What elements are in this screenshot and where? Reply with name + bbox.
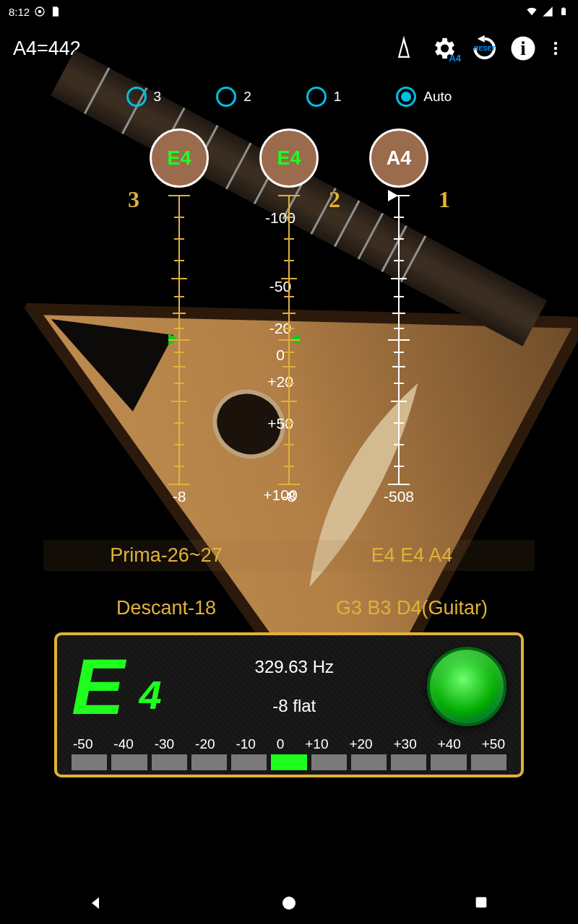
note-label: E4 <box>167 147 191 170</box>
status-sd-icon <box>50 6 61 17</box>
pitch-ruler <box>397 195 401 484</box>
radio-auto[interactable]: Auto <box>396 87 452 107</box>
wifi-icon <box>526 6 538 17</box>
cents-value: -8 <box>173 488 186 505</box>
preset-grid: Prima-26~27 E4 E4 A4 Descant-18 G3 B3 D4… <box>0 540 578 624</box>
note-label: A4 <box>387 147 412 170</box>
string-column-1: A4 1 -508 <box>369 128 428 505</box>
note-letter: E <box>72 655 124 718</box>
radio-ring-icon <box>216 87 236 107</box>
note-circle[interactable]: E4 <box>259 128 319 188</box>
radio-string-1[interactable]: 1 <box>306 87 342 107</box>
string-number: 3 <box>128 186 139 213</box>
note-circle[interactable]: E4 <box>150 128 209 188</box>
pitch-ruler <box>287 195 291 484</box>
note-label: E4 <box>277 147 301 170</box>
reset-label: RESET <box>474 45 496 52</box>
tuning-meter-panel: E 4 329.63 Hz -8 flat -50-40 -30-20 -100… <box>54 632 524 777</box>
radio-ring-icon <box>306 87 327 107</box>
note-octave: 4 <box>139 671 161 718</box>
radio-label: 1 <box>334 89 342 105</box>
nav-home-icon[interactable] <box>280 894 298 912</box>
radio-string-3[interactable]: 3 <box>126 87 162 107</box>
note-circle[interactable]: A4 <box>369 128 428 188</box>
detected-note: E 4 <box>72 655 162 718</box>
preset-e4e4a4[interactable]: E4 E4 A4 <box>289 540 535 571</box>
battery-icon <box>558 6 569 17</box>
android-nav-bar <box>0 882 578 924</box>
frequency-value: 329.63 Hz <box>255 657 334 677</box>
string-column-3: E4 3 -8 <box>150 128 209 505</box>
nav-back-icon[interactable] <box>87 894 105 912</box>
status-app1-icon <box>34 6 46 17</box>
cents-offset: -8 flat <box>255 696 334 716</box>
cents-value: -8 <box>282 488 296 505</box>
preset-guitar[interactable]: G3 B3 D4(Guitar) <box>289 593 535 624</box>
overflow-menu-icon[interactable] <box>546 32 565 65</box>
svg-rect-3 <box>563 8 565 9</box>
a4-badge: A4 <box>449 53 461 64</box>
cent-scale-labels: -50-40 -30-20 -100 +10+20 +30+40 +50 <box>72 736 506 752</box>
string-column-2: E4 2 -8 <box>259 128 319 505</box>
reset-icon[interactable]: RESET <box>467 32 499 65</box>
radio-ring-icon <box>126 87 147 107</box>
radio-ring-icon <box>396 87 416 107</box>
preset-descant[interactable]: Descant-18 <box>43 593 289 624</box>
svg-rect-14 <box>475 897 486 908</box>
nav-recent-icon[interactable] <box>473 894 491 912</box>
info-icon[interactable]: i <box>506 32 539 65</box>
tuning-strings: E4 3 -8 E4 2 -8 A4 1 -508 <box>0 128 578 505</box>
svg-point-9 <box>554 52 557 55</box>
settings-a4-icon[interactable]: A4 <box>427 32 460 65</box>
svg-text:i: i <box>520 38 526 59</box>
string-number: 1 <box>439 186 450 213</box>
radio-label: Auto <box>423 89 452 105</box>
string-number: 2 <box>329 186 340 213</box>
preset-prima[interactable]: Prima-26~27 <box>43 540 289 571</box>
radio-label: 3 <box>154 89 162 105</box>
radio-string-2[interactable]: 2 <box>216 87 251 107</box>
radio-label: 2 <box>243 89 251 105</box>
status-time: 8:12 <box>9 6 30 18</box>
string-select-row: 3 2 1 Auto <box>0 87 578 107</box>
signal-icon <box>542 6 553 17</box>
svg-point-8 <box>554 47 557 50</box>
pitch-ruler <box>177 195 181 484</box>
svg-rect-2 <box>561 9 566 16</box>
tune-indicator-led <box>427 647 506 726</box>
cent-indicator-bars <box>72 754 506 770</box>
cents-value: -508 <box>384 488 414 505</box>
svg-point-7 <box>554 42 557 45</box>
svg-point-1 <box>38 10 42 14</box>
svg-point-13 <box>282 897 296 910</box>
